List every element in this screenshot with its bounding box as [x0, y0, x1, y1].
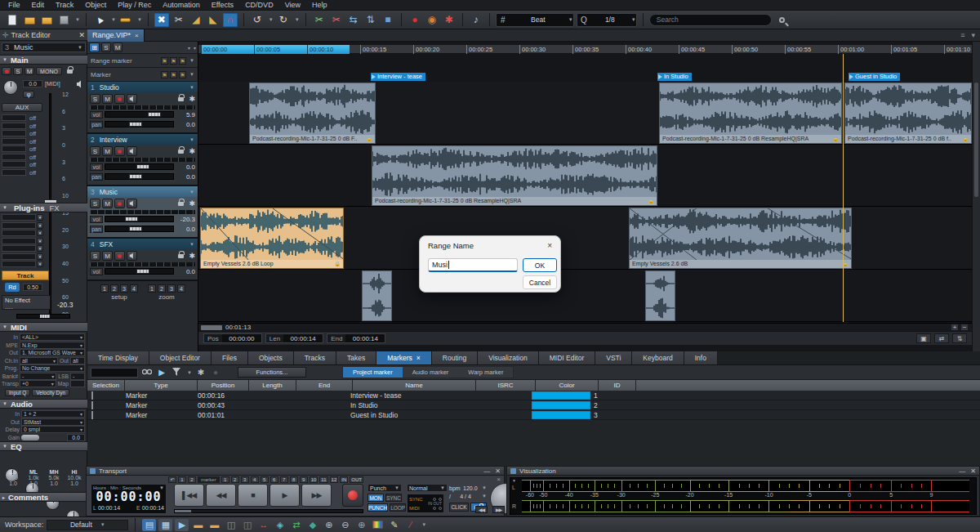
tab-routing[interactable]: Routing: [432, 351, 478, 364]
plugin-slot-dropdown[interactable]: ▾: [37, 245, 43, 252]
zoom-in-icon[interactable]: ⊕: [322, 519, 336, 531]
setup-preset-button[interactable]: 1: [100, 284, 109, 293]
cancel-button[interactable]: Cancel: [523, 275, 557, 289]
lock-icon[interactable]: [178, 202, 184, 206]
minimize-icon[interactable]: —: [959, 467, 965, 475]
read-automation-button[interactable]: Rd: [5, 283, 20, 292]
punch-dropdown[interactable]: Punch▼: [368, 484, 402, 492]
audio-clip[interactable]: Podcast-recording-Mic-1-7-31-25 0 dB f..…: [844, 83, 972, 144]
h-zoom-icon[interactable]: ⇄: [934, 333, 949, 343]
sig-value[interactable]: 4 / 4: [460, 494, 471, 499]
aux-send-slot[interactable]: [2, 138, 26, 145]
track-header-interview[interactable]: 2Interview▼SM✱vol0.0pan0.0: [87, 134, 198, 186]
zoom-out-icon[interactable]: ⊖: [338, 519, 352, 531]
binoculars-icon[interactable]: [141, 368, 153, 377]
flag-icon[interactable]: ⚑: [170, 71, 177, 78]
range-name-input[interactable]: Musi: [428, 258, 518, 272]
timeline-ruler[interactable]: 00:00:0000:00:0500:00:1000:00:1500:00:20…: [198, 45, 972, 54]
tab-keyboard[interactable]: Keyboard: [632, 351, 684, 364]
chevron-down-icon[interactable]: ▼: [189, 137, 194, 142]
audio-clip[interactable]: [362, 270, 392, 321]
marker-search-input[interactable]: [91, 368, 138, 378]
chevron-down-icon[interactable]: ▼: [189, 58, 194, 63]
record-arm-button[interactable]: [114, 146, 125, 156]
in-button[interactable]: IN: [340, 476, 348, 483]
return-to-start-button[interactable]: ↶: [168, 476, 176, 483]
zoom-preset-button[interactable]: 2: [158, 284, 166, 293]
section-header-midi[interactable]: ▼MIDI: [0, 322, 87, 332]
audio-clip[interactable]: Empty Vessels 2.6 dB Loop🔒: [200, 208, 344, 269]
transport-titlebar[interactable]: Transport —✕: [87, 467, 504, 476]
speaker-icon[interactable]: [76, 80, 84, 90]
swap-icon[interactable]: ⇄: [289, 519, 303, 531]
plugin-slot-dropdown[interactable]: ▾: [37, 238, 43, 244]
play-button[interactable]: ▶: [270, 484, 300, 507]
ok-button[interactable]: OK: [523, 258, 557, 272]
marker-jump-button[interactable]: 5: [261, 476, 269, 483]
freeze-icon[interactable]: ✱: [189, 252, 195, 260]
track-header-sfx[interactable]: 4SFX▼SM✱vol0.0: [87, 239, 198, 281]
object-mode-icon-1[interactable]: ◫: [224, 519, 238, 531]
punch-button[interactable]: PUNCH: [368, 503, 388, 512]
audio-clip[interactable]: Podcast-recording-Mic-1-7-31-25 0 dB F..…: [249, 83, 376, 144]
scissors-icon[interactable]: ✂: [172, 13, 186, 27]
filter-icon[interactable]: [171, 368, 182, 378]
mute-button[interactable]: M: [102, 146, 113, 156]
chevron-down-icon[interactable]: ▼: [295, 17, 300, 22]
quantize-dropdown[interactable]: Q 1/8 ▼: [577, 13, 637, 27]
out-button[interactable]: OUT: [350, 476, 363, 483]
record-icon[interactable]: ●: [408, 13, 422, 27]
lock-icon[interactable]: [67, 69, 73, 74]
scrollbar-thumb[interactable]: [201, 325, 222, 330]
timeline-marker[interactable]: Interview - tease: [371, 73, 425, 81]
vol-slider[interactable]: [105, 111, 174, 118]
flag-icon[interactable]: ⚑: [179, 71, 186, 78]
column-header-selection[interactable]: Selection: [87, 380, 124, 391]
fade-in-icon[interactable]: ◢: [189, 13, 203, 27]
section-header-audio[interactable]: ▼Audio: [0, 399, 87, 409]
filter-chevron-icon[interactable]: ▼: [187, 370, 192, 375]
freeze-icon[interactable]: ✱: [189, 199, 195, 208]
solo-button[interactable]: S: [90, 94, 100, 104]
plugin-slot[interactable]: [2, 253, 36, 260]
marker-jump-button[interactable]: 1: [221, 476, 229, 483]
vol-slider[interactable]: [105, 163, 174, 170]
lock-icon[interactable]: [178, 254, 184, 258]
transport-scrollbar[interactable]: [174, 509, 363, 513]
marker-jump-button[interactable]: 9: [300, 476, 308, 483]
tab-list-icon[interactable]: ≡: [960, 31, 964, 39]
lane-marker[interactable]: Marker⚑⚑⚑▼: [87, 68, 198, 82]
plugin-slot[interactable]: [2, 238, 36, 244]
row-checkbox[interactable]: [91, 411, 93, 419]
midi-velocity-dyn-button[interactable]: Velocity Dyn: [32, 389, 69, 396]
marker-strip-icon-2[interactable]: ▬: [207, 519, 221, 531]
sync-button[interactable]: SYNC: [385, 494, 402, 502]
visualization-titlebar[interactable]: Visualization —✕: [507, 467, 979, 476]
save-icon[interactable]: [56, 13, 71, 27]
track-automation-button[interactable]: Track: [2, 270, 49, 280]
skip-start-button[interactable]: ▌◀◀: [174, 484, 204, 507]
marker-tab-warp-marker[interactable]: Warp marker: [458, 367, 513, 378]
tab-files[interactable]: Files: [212, 351, 248, 364]
record-mode-icon[interactable]: ◉: [425, 13, 439, 27]
marker-jump-button[interactable]: 10: [310, 476, 318, 483]
menu-item-object[interactable]: Object: [80, 1, 111, 9]
column-header-position[interactable]: Position: [198, 380, 248, 391]
stretch-icon[interactable]: ↔: [256, 519, 270, 531]
tab-time-display[interactable]: Time Display: [87, 351, 149, 364]
zoom-preset-icon[interactable]: ⊕: [354, 519, 368, 531]
tab-options-icon[interactable]: ▾: [971, 31, 975, 39]
setup-preset-button[interactable]: 4: [130, 284, 138, 293]
video-monitor-icon[interactable]: ▶: [175, 519, 189, 531]
redo-icon[interactable]: ↻: [276, 13, 291, 27]
zoom-out-button[interactable]: −: [960, 324, 969, 331]
sphere-icon[interactable]: ●: [210, 368, 221, 377]
note-icon[interactable]: ♪: [469, 13, 483, 27]
close-icon[interactable]: ✕: [970, 467, 976, 475]
solo-button[interactable]: S: [13, 67, 23, 75]
marker-strip-icon-1[interactable]: ▬: [191, 519, 205, 531]
pitch-icon[interactable]: ◈: [273, 519, 287, 531]
phase-button[interactable]: φ: [23, 91, 34, 98]
midi-toggle[interactable]: [MIDI]: [45, 81, 60, 87]
aux-send-slot[interactable]: [2, 114, 26, 121]
